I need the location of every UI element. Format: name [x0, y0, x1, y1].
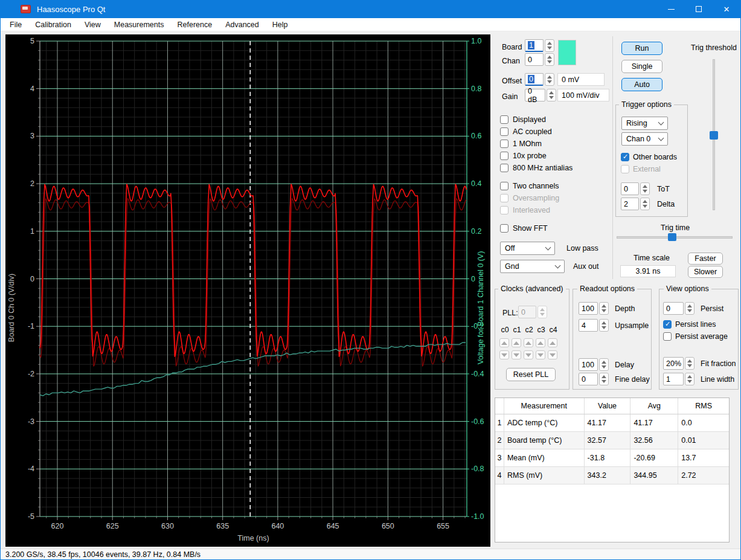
trig-threshold-handle[interactable] — [710, 131, 718, 140]
title-bar[interactable]: Haasoscope Pro Qt ✕ — [1, 0, 740, 18]
spin-up-icon[interactable] — [601, 304, 606, 307]
spin-down-icon[interactable] — [643, 190, 647, 193]
tot-spin-value[interactable]: 0 — [621, 182, 639, 195]
spin-down-icon[interactable] — [687, 364, 692, 367]
checkbox-10x-probe-label: 10x probe — [513, 152, 547, 161]
measurement-avg: 41.17 — [630, 414, 678, 431]
auto-button[interactable]: Auto — [621, 78, 662, 91]
checkbox-displayed[interactable] — [500, 115, 508, 124]
spin-up-icon[interactable] — [601, 361, 606, 364]
clock-c1-up-button[interactable] — [512, 338, 521, 347]
pll-spin-value: 0 — [518, 306, 536, 318]
checkbox-10x-probe[interactable] — [500, 152, 508, 160]
checkbox-1mohm[interactable] — [500, 140, 508, 148]
spin-up-icon[interactable] — [547, 76, 552, 79]
svg-text:655: 655 — [437, 522, 449, 530]
slower-button[interactable]: Slower — [688, 266, 723, 278]
delay-spin-value[interactable]: 100 — [579, 358, 598, 371]
clock-c1-down-button[interactable] — [512, 350, 521, 359]
spin-down-icon[interactable] — [549, 96, 554, 99]
line-width-spin-value[interactable]: 1 — [663, 373, 684, 385]
checkbox-show-fft[interactable] — [500, 224, 508, 233]
window-title: Haasoscope Pro Qt — [37, 5, 105, 14]
svg-text:-1.0: -1.0 — [471, 512, 484, 521]
spin-up-icon[interactable] — [601, 375, 606, 378]
checkbox-ac-coupled[interactable] — [500, 127, 508, 136]
persist-spin-value[interactable]: 0 — [663, 302, 684, 315]
offset-spin-value[interactable]: 0 — [525, 73, 544, 86]
channel-color-swatch[interactable] — [558, 40, 576, 65]
menu-calibration[interactable]: Calibration — [28, 19, 78, 31]
row-number: 1 — [495, 414, 504, 431]
spin-down-icon[interactable] — [601, 326, 606, 329]
spin-up-icon[interactable] — [687, 359, 692, 362]
clock-c3-up-button[interactable] — [536, 338, 545, 347]
checkbox-two-channels[interactable] — [500, 182, 508, 190]
spin-up-icon[interactable] — [547, 42, 552, 45]
delta-spin-value[interactable]: 2 — [621, 198, 639, 210]
faster-button[interactable]: Faster — [688, 253, 723, 265]
spin-down-icon[interactable] — [687, 380, 692, 383]
trigger-channel-combo[interactable]: Chan 0 — [621, 132, 668, 146]
svg-text:Voltage for Board 1 Channel 0: Voltage for Board 1 Channel 0 (V) — [476, 251, 485, 365]
checkbox-persist-lines[interactable] — [663, 320, 672, 329]
clock-c0-down-button[interactable] — [499, 350, 509, 359]
depth-spin-value[interactable]: 100 — [579, 302, 598, 315]
spin-up-icon[interactable] — [547, 56, 552, 59]
board-spin-value[interactable]: 1 — [525, 39, 544, 52]
spin-up-icon[interactable] — [643, 185, 647, 188]
checkbox-persist-average[interactable] — [663, 332, 672, 341]
spin-up-icon[interactable] — [687, 304, 692, 307]
menu-file[interactable]: File — [3, 19, 28, 31]
plot-canvas[interactable]: 620625630635640645650655543210-1-2-3-4-5… — [5, 34, 490, 547]
spin-down-icon[interactable] — [547, 60, 552, 63]
menu-help[interactable]: Help — [266, 19, 295, 31]
checkbox-other-boards[interactable] — [621, 153, 629, 161]
reset-pll-button[interactable]: Reset PLL — [506, 368, 556, 381]
board-value: 1 — [528, 41, 534, 50]
spin-up-icon[interactable] — [643, 200, 647, 203]
spin-up-icon[interactable] — [549, 91, 554, 94]
spin-down-icon[interactable] — [601, 365, 606, 369]
trigger-edge-combo[interactable]: Rising — [621, 117, 668, 130]
menu-measurements[interactable]: Measurements — [107, 19, 171, 31]
menu-advanced[interactable]: Advanced — [219, 19, 266, 31]
gain-spin-value[interactable]: 0 dB — [525, 89, 545, 101]
close-button[interactable]: ✕ — [713, 0, 740, 18]
checkbox-800mhz-antialias[interactable] — [500, 164, 508, 172]
spin-up-icon[interactable] — [687, 375, 692, 378]
fit-fraction-spin-value[interactable]: 20% — [663, 357, 684, 370]
spin-down-icon[interactable] — [547, 47, 552, 50]
maximize-button[interactable] — [685, 0, 713, 18]
lowpass-combo[interactable]: Off — [500, 242, 555, 255]
spin-down-icon[interactable] — [601, 309, 606, 312]
trig-time-handle[interactable] — [668, 233, 676, 241]
upsample-spin-value[interactable]: 4 — [579, 319, 598, 332]
clock-c3-down-button[interactable] — [536, 350, 545, 359]
delta-label: Delta — [657, 200, 675, 209]
clock-c2-up-button[interactable] — [524, 338, 533, 347]
fine-delay-spin-value[interactable]: 0 — [579, 373, 598, 385]
waveform-plot[interactable]: 620625630635640645650655543210-1-2-3-4-5… — [5, 34, 490, 547]
measurement-table[interactable]: Measurement Value Avg RMS 1 ADC temp (°C… — [495, 397, 730, 542]
auxout-combo[interactable]: Gnd — [500, 260, 565, 273]
down-arrow-icon — [501, 353, 507, 357]
chan-spin-value[interactable]: 0 — [525, 53, 544, 66]
menu-reference[interactable]: Reference — [170, 19, 219, 31]
menu-view[interactable]: View — [78, 19, 107, 31]
clock-c4-down-button[interactable] — [548, 350, 557, 359]
svg-text:4: 4 — [30, 85, 34, 93]
clock-c0-up-button[interactable] — [499, 338, 509, 347]
chevron-down-icon — [545, 245, 551, 251]
spin-down-icon[interactable] — [643, 205, 647, 208]
spin-up-icon[interactable] — [601, 321, 606, 324]
clock-c4-up-button[interactable] — [548, 338, 557, 347]
measurement-rms: 0.01 — [678, 432, 729, 449]
spin-down-icon[interactable] — [601, 380, 606, 383]
spin-down-icon[interactable] — [687, 309, 692, 312]
clock-c2-down-button[interactable] — [524, 350, 533, 359]
minimize-button[interactable] — [657, 0, 685, 18]
single-button[interactable]: Single — [621, 60, 662, 73]
run-button[interactable]: Run — [621, 42, 662, 55]
spin-down-icon[interactable] — [547, 80, 552, 83]
